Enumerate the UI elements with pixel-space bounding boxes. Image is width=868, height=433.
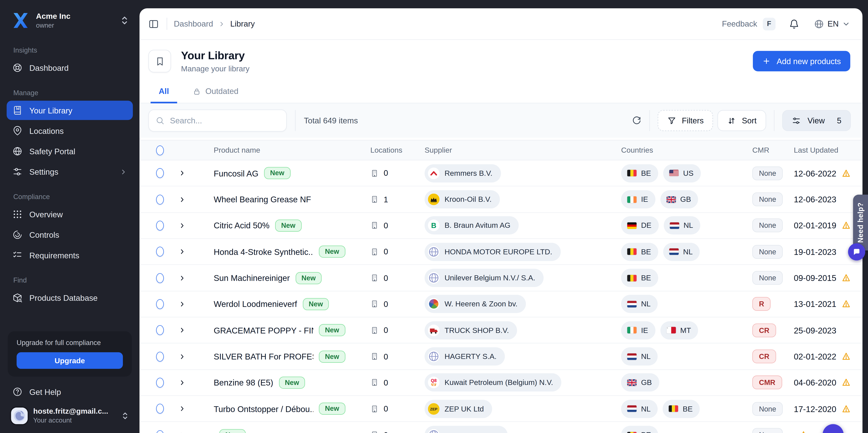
sidebar-item-controls[interactable]: Controls bbox=[7, 225, 133, 244]
table-row[interactable]: Funcosil AG New 0 Remmers B.V. BEUS None… bbox=[140, 160, 862, 187]
country-code: BE bbox=[641, 274, 651, 282]
breadcrumb-dashboard[interactable]: Dashboard bbox=[174, 19, 213, 28]
section-label-manage: Manage bbox=[13, 89, 126, 97]
row-checkbox[interactable] bbox=[156, 273, 164, 283]
row-expander[interactable] bbox=[175, 326, 203, 334]
row-checkbox[interactable] bbox=[156, 352, 164, 362]
country-pill: MT bbox=[660, 321, 698, 339]
select-all-checkbox[interactable] bbox=[156, 145, 164, 155]
view-button[interactable]: View 5 bbox=[782, 110, 851, 131]
sidebar-item-requirements[interactable]: Requirements bbox=[7, 245, 133, 265]
country-code: GB bbox=[680, 195, 691, 204]
org-name: Acme Inc bbox=[36, 11, 70, 21]
sidebar-item-dashboard[interactable]: Dashboard bbox=[7, 58, 133, 77]
column-header-last-updated[interactable]: Last Updated bbox=[788, 146, 855, 154]
column-header-locations[interactable]: Locations bbox=[365, 146, 420, 154]
upgrade-card: Upgrade for full compliance Upgrade bbox=[8, 331, 132, 377]
sidebar-toggle-button[interactable] bbox=[148, 19, 159, 29]
row-expander[interactable] bbox=[175, 431, 203, 433]
building-icon bbox=[370, 404, 379, 413]
sidebar-item-settings[interactable]: Settings bbox=[7, 162, 133, 181]
notifications-button[interactable] bbox=[789, 19, 799, 29]
product-name: SILVER BATH For PROFES... bbox=[214, 352, 313, 361]
sidebar-item-products-database[interactable]: Products Database bbox=[7, 288, 133, 307]
row-expander[interactable] bbox=[175, 353, 203, 360]
search-field[interactable] bbox=[170, 116, 280, 125]
filters-button[interactable]: Filters bbox=[657, 110, 713, 131]
account-menu[interactable]: hoste.fritz@gmail.c... Your account bbox=[7, 403, 133, 425]
row-checkbox[interactable] bbox=[156, 430, 164, 433]
country-code: US bbox=[683, 169, 693, 177]
column-header-product[interactable]: Product name bbox=[203, 146, 365, 154]
main-content: Dashboard Library Feedback F bbox=[140, 8, 862, 433]
table-row[interactable]: Werdol Loodmenieverf New 0 W. Heeren & Z… bbox=[140, 291, 862, 318]
row-expander[interactable] bbox=[175, 274, 203, 282]
supplier-pill: B B. Braun Avitum AG bbox=[425, 216, 519, 235]
table-row[interactable]: Sun Machinereiniger New 0 Unilever Belgi… bbox=[140, 265, 862, 291]
warning-icon bbox=[841, 169, 850, 178]
row-expander[interactable] bbox=[175, 300, 203, 308]
chevron-right-icon bbox=[178, 169, 186, 177]
sidebar-item-safety-portal[interactable]: Safety Portal bbox=[7, 142, 133, 161]
table-row[interactable]: Citric Acid 50% New 0 B B. Braun Avitum … bbox=[140, 213, 862, 239]
row-expander[interactable] bbox=[175, 222, 203, 229]
cmr-badge: None bbox=[752, 219, 783, 232]
table-row[interactable]: Wheel Bearing Grease NF 1 Kroon-Oil B.V.… bbox=[140, 187, 862, 213]
country-pill: NL bbox=[663, 243, 700, 261]
row-expander[interactable] bbox=[175, 379, 203, 387]
last-updated: 17-12-2020 bbox=[794, 404, 836, 413]
building-icon bbox=[370, 326, 379, 335]
sidebar-item-overview[interactable]: Overview bbox=[7, 205, 133, 224]
get-help-button[interactable]: Get Help bbox=[7, 381, 133, 402]
supplier-pill: W. Heeren & Zoon bv. bbox=[425, 295, 526, 313]
svg-text:B: B bbox=[431, 222, 436, 230]
column-header-cmr[interactable]: CMR bbox=[744, 146, 788, 154]
refresh-button[interactable] bbox=[631, 115, 642, 126]
language-selector[interactable]: EN bbox=[814, 19, 850, 29]
feedback-link[interactable]: Feedback bbox=[722, 19, 757, 28]
supplier-name: Remmers B.V. bbox=[444, 169, 492, 177]
countries-cell: IEMT bbox=[617, 321, 744, 339]
add-new-products-button[interactable]: Add new products bbox=[753, 51, 850, 71]
org-switcher[interactable]: Acme Inc owner bbox=[7, 10, 133, 31]
sidebar-item-label: Controls bbox=[29, 230, 59, 239]
supplier-name: W. Heeren & Zoon bv. bbox=[444, 300, 518, 308]
dashboard-icon bbox=[12, 63, 23, 73]
language-code: EN bbox=[828, 19, 839, 28]
search-input[interactable] bbox=[148, 109, 287, 132]
chat-bubble-button[interactable] bbox=[848, 243, 865, 261]
tab-outdated[interactable]: Outdated bbox=[191, 81, 240, 103]
tab-all[interactable]: All bbox=[151, 81, 177, 103]
table-row[interactable]: Benzine 98 (E5) New 0 Q8 Kuwait Petroleu… bbox=[140, 370, 862, 396]
table-row[interactable]: New 0 BE None bbox=[140, 422, 862, 433]
table-row[interactable]: SILVER BATH For PROFES... New 0 HAGERTY … bbox=[140, 343, 862, 370]
row-checkbox[interactable] bbox=[156, 299, 164, 309]
sidebar-item-locations[interactable]: Locations bbox=[7, 121, 133, 140]
locations-count: 0 bbox=[383, 326, 388, 335]
row-checkbox[interactable] bbox=[156, 325, 164, 335]
row-checkbox[interactable] bbox=[156, 247, 164, 257]
sidebar-item-your-library[interactable]: Your Library bbox=[7, 101, 133, 120]
row-checkbox[interactable] bbox=[156, 378, 164, 388]
table-row[interactable]: GRACEMATE POPPY - FIN... New 0 TRUCK SHO… bbox=[140, 318, 862, 343]
upgrade-button[interactable]: Upgrade bbox=[17, 352, 123, 369]
need-help-tab[interactable]: Need help? bbox=[853, 195, 868, 251]
row-expander[interactable] bbox=[175, 405, 203, 413]
row-expander[interactable] bbox=[175, 169, 203, 177]
table-row[interactable]: Turbo Ontstopper / Débou... New 0 ZEP ZE… bbox=[140, 396, 862, 422]
filter-funnel-icon bbox=[667, 116, 676, 125]
building-icon bbox=[370, 247, 379, 256]
row-expander[interactable] bbox=[175, 248, 203, 256]
row-checkbox[interactable] bbox=[156, 194, 164, 204]
row-checkbox[interactable] bbox=[156, 168, 164, 178]
row-expander[interactable] bbox=[175, 195, 203, 203]
table-row[interactable]: Honda 4-Stroke Synthetic... New 0 HONDA … bbox=[140, 239, 862, 265]
warning-icon bbox=[841, 404, 850, 413]
row-checkbox[interactable] bbox=[156, 404, 164, 414]
column-header-countries[interactable]: Countries bbox=[617, 146, 744, 154]
sort-button[interactable]: Sort bbox=[717, 110, 766, 131]
product-name: Citric Acid 50% bbox=[214, 221, 270, 230]
column-header-supplier[interactable]: Supplier bbox=[420, 146, 617, 154]
row-checkbox[interactable] bbox=[156, 221, 164, 231]
warning-icon bbox=[841, 221, 850, 230]
